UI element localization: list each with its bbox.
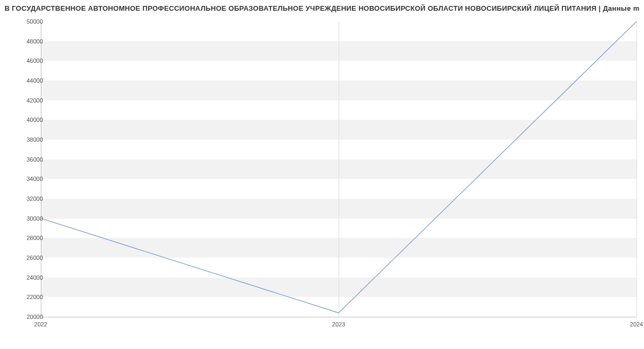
y-tick-label: 36000 bbox=[5, 156, 43, 163]
y-tick-label: 46000 bbox=[5, 57, 43, 64]
y-tick-label: 34000 bbox=[5, 176, 43, 182]
y-tick-label: 42000 bbox=[5, 97, 43, 104]
y-tick-label: 24000 bbox=[5, 274, 43, 281]
y-tick-label: 48000 bbox=[5, 38, 43, 45]
x-tick-label: 2024 bbox=[630, 321, 643, 328]
y-tick-label: 44000 bbox=[5, 77, 43, 84]
grid-line-v bbox=[636, 21, 637, 317]
y-axis-line bbox=[41, 21, 41, 317]
y-tick-label: 38000 bbox=[5, 136, 43, 143]
y-tick-label: 40000 bbox=[5, 117, 43, 123]
x-axis-line bbox=[41, 317, 636, 317]
y-tick-label: 22000 bbox=[5, 294, 43, 300]
line-svg bbox=[41, 21, 636, 317]
y-tick-label: 28000 bbox=[5, 235, 43, 241]
plot-region bbox=[41, 21, 636, 317]
chart-title: В ГОСУДАРСТВЕННОЕ АВТОНОМНОЕ ПРОФЕССИОНА… bbox=[0, 4, 644, 12]
x-tick-label: 2023 bbox=[332, 321, 345, 328]
y-tick-label: 30000 bbox=[5, 215, 43, 222]
data-line bbox=[41, 21, 636, 313]
y-tick-label: 32000 bbox=[5, 195, 43, 202]
y-tick-label: 26000 bbox=[5, 255, 43, 261]
x-tick-label: 2022 bbox=[34, 321, 47, 328]
chart-area bbox=[41, 21, 636, 328]
y-tick-label: 50000 bbox=[5, 18, 43, 25]
y-tick-label: 20000 bbox=[5, 314, 43, 320]
